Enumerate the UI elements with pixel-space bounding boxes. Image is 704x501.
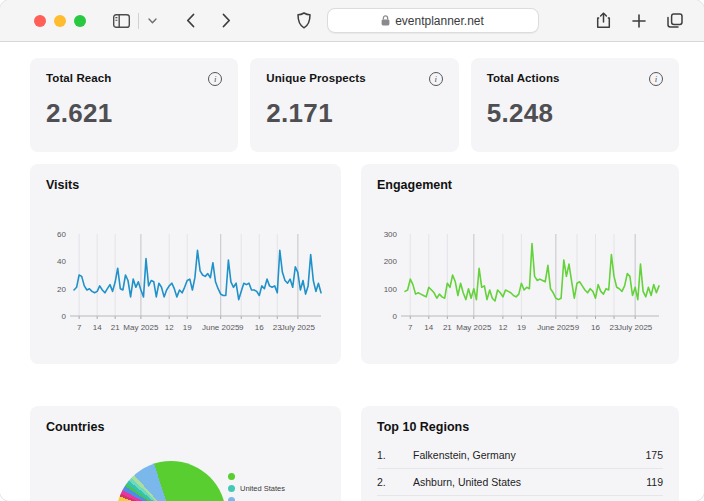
table-row: 2. Ashburn, United States 119: [377, 469, 663, 496]
chart-title: Visits: [46, 178, 325, 192]
region-name: Falkenstein, Germany: [413, 449, 645, 461]
stat-value: 2.171: [266, 98, 442, 129]
shield-icon: [297, 12, 311, 29]
toolbar-divider: [138, 13, 139, 29]
info-icon[interactable]: i: [429, 72, 443, 86]
close-window-button[interactable]: [34, 15, 46, 27]
svg-text:19: 19: [183, 323, 192, 332]
svg-text:9: 9: [239, 323, 244, 332]
card-title: Countries: [46, 420, 325, 434]
svg-text:0: 0: [393, 312, 398, 321]
legend-item: United States: [228, 484, 285, 492]
svg-text:21: 21: [443, 323, 452, 332]
info-icon[interactable]: i: [649, 72, 663, 86]
share-button[interactable]: [590, 9, 616, 33]
svg-text:9: 9: [575, 323, 580, 332]
svg-text:7: 7: [408, 323, 413, 332]
svg-text:60: 60: [57, 230, 66, 239]
legend-dot: [228, 485, 235, 492]
svg-text:16: 16: [591, 323, 600, 332]
svg-text:12: 12: [165, 323, 174, 332]
stat-card-unique-prospects: Unique Prospects i 2.171: [250, 58, 458, 152]
url-text: eventplanner.net: [395, 14, 484, 28]
bottom-row: Countries United States: [30, 406, 679, 501]
svg-text:July 2025: July 2025: [281, 323, 316, 332]
svg-text:100: 100: [384, 285, 398, 294]
svg-text:14: 14: [93, 323, 102, 332]
svg-text:20: 20: [57, 285, 66, 294]
svg-text:June 2025: June 2025: [537, 323, 575, 332]
sidebar-icon: [113, 14, 130, 28]
sidebar-menu-button[interactable]: [143, 9, 161, 33]
svg-text:June 2025: June 2025: [202, 323, 240, 332]
share-icon: [596, 12, 611, 29]
legend-dot: [228, 473, 235, 480]
svg-text:200: 200: [384, 257, 398, 266]
legend-label: United States: [240, 484, 285, 493]
table-row: 1. Falkenstein, Germany 175: [377, 442, 663, 469]
tab-overview-button[interactable]: [662, 9, 688, 33]
svg-text:7: 7: [77, 323, 82, 332]
sidebar-toggle-button[interactable]: [108, 9, 134, 33]
stat-label: Unique Prospects: [266, 72, 365, 84]
info-icon[interactable]: i: [208, 72, 222, 86]
region-value: 119: [646, 476, 663, 488]
lock-icon: [381, 15, 390, 26]
browser-window: eventplanner.net: [0, 0, 704, 501]
region-name: Ashburn, United States: [413, 476, 646, 488]
charts-row: Visits 71421May 20251219June 202591623Ju…: [30, 164, 679, 364]
svg-text:12: 12: [498, 323, 507, 332]
visits-line-chart: 71421May 20251219June 202591623July 2025…: [46, 224, 325, 350]
address-bar[interactable]: eventplanner.net: [327, 8, 539, 33]
svg-text:40: 40: [57, 257, 66, 266]
svg-text:16: 16: [255, 323, 264, 332]
privacy-report-button[interactable]: [291, 9, 317, 33]
svg-text:0: 0: [62, 312, 67, 321]
countries-card: Countries United States: [30, 406, 341, 501]
svg-text:May 2025: May 2025: [123, 323, 159, 332]
tabs-icon: [667, 13, 683, 28]
svg-text:19: 19: [517, 323, 526, 332]
dashboard-page: Total Reach i 2.621 Unique Prospects i 2…: [0, 42, 704, 501]
visits-chart-card: Visits 71421May 20251219June 202591623Ju…: [30, 164, 341, 364]
traffic-lights: [34, 15, 86, 27]
stat-label: Total Actions: [487, 72, 560, 84]
chevron-right-icon: [222, 13, 231, 28]
plus-icon: [632, 14, 646, 28]
stat-card-total-reach: Total Reach i 2.621: [30, 58, 238, 152]
region-rank: 1.: [377, 449, 413, 461]
regions-table: 1. Falkenstein, Germany 175 2. Ashburn, …: [377, 442, 663, 501]
legend-item: [228, 472, 285, 480]
card-title: Top 10 Regions: [377, 420, 663, 434]
countries-pie-chart: [116, 461, 226, 501]
svg-text:300: 300: [384, 230, 398, 239]
stat-value: 2.621: [46, 98, 222, 129]
minimize-window-button[interactable]: [54, 15, 66, 27]
chart-title: Engagement: [377, 178, 663, 192]
engagement-line-chart: 71421May 20251219June 202591623July 2025…: [377, 224, 663, 350]
table-row: 3. Oud-Turnhout, Belgium 83: [377, 496, 663, 501]
region-value: 175: [645, 449, 663, 461]
stat-card-total-actions: Total Actions i 5.248: [471, 58, 679, 152]
back-button[interactable]: [177, 9, 203, 33]
forward-button[interactable]: [213, 9, 239, 33]
stat-value: 5.248: [487, 98, 663, 129]
region-rank: 2.: [377, 476, 413, 488]
legend-dot: [228, 497, 235, 501]
stats-row: Total Reach i 2.621 Unique Prospects i 2…: [30, 58, 679, 152]
svg-text:21: 21: [111, 323, 120, 332]
pie-legend: United States: [228, 472, 285, 501]
legend-item: [228, 496, 285, 501]
svg-text:14: 14: [424, 323, 433, 332]
stat-label: Total Reach: [46, 72, 111, 84]
new-tab-button[interactable]: [626, 9, 652, 33]
svg-text:July 2025: July 2025: [618, 323, 653, 332]
top-regions-card: Top 10 Regions 1. Falkenstein, Germany 1…: [361, 406, 679, 501]
svg-text:May 2025: May 2025: [456, 323, 492, 332]
engagement-chart-card: Engagement 71421May 20251219June 2025916…: [361, 164, 679, 364]
chevron-left-icon: [186, 13, 195, 28]
browser-toolbar: eventplanner.net: [0, 0, 704, 42]
chevron-down-icon: [148, 18, 157, 24]
zoom-window-button[interactable]: [74, 15, 86, 27]
